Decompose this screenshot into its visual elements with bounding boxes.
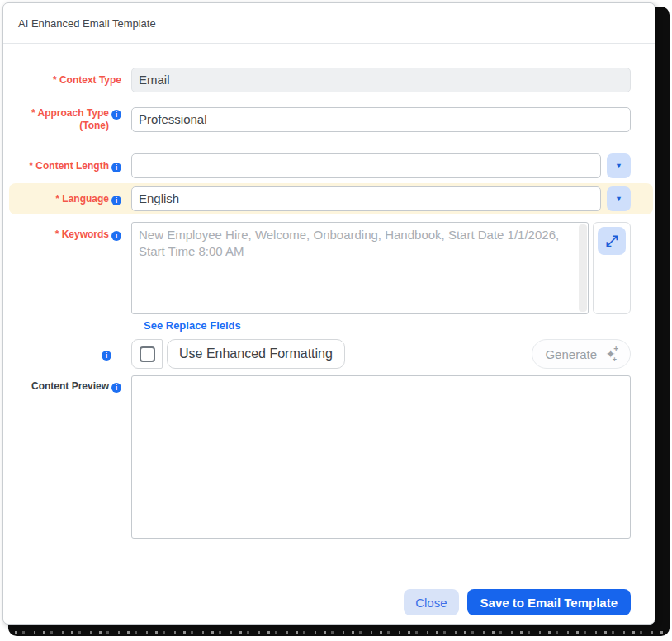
content-length-info-icon[interactable]: i [111, 163, 121, 172]
keywords-info-icon[interactable]: i [111, 231, 121, 241]
content-length-row: * Content Lengthi ▼ [16, 153, 631, 178]
content-length-label: * Content Lengthi [16, 160, 121, 172]
replace-fields-link-row: See Replace Fields [144, 318, 631, 332]
content-preview-row: Content Previewi [16, 375, 631, 539]
expand-button[interactable]: ⤢ [598, 227, 626, 255]
keywords-label: * Keywordsi [16, 222, 121, 241]
approach-type-info-icon[interactable]: i [111, 110, 121, 120]
language-label: * Languagei [16, 193, 121, 205]
dialog-title: AI Enhanced Email Template [18, 17, 156, 30]
content-preview-label: Content Previewi [16, 375, 121, 393]
enhanced-formatting-label[interactable]: Use Enhanced Formatting [167, 339, 345, 369]
content-preview-info-icon[interactable]: i [111, 383, 121, 393]
formatting-label-cell: i [16, 348, 121, 361]
keywords-row: * Keywordsi New Employee Hire, Welcome, … [16, 222, 631, 314]
formatting-row: i Use Enhanced Formatting Generate ✦++ [16, 339, 631, 369]
ai-email-template-dialog: AI Enhanced Email Template * Context Typ… [2, 2, 655, 625]
content-preview-textarea[interactable] [131, 375, 631, 539]
keywords-scrollbar[interactable] [579, 224, 587, 312]
language-info-icon[interactable]: i [111, 196, 121, 205]
dialog-footer: Close Save to Email Template [3, 573, 655, 625]
close-button[interactable]: Close [404, 589, 458, 615]
sparkle-icon: ✦++ [603, 348, 618, 360]
generate-button[interactable]: Generate ✦++ [532, 339, 631, 369]
see-replace-fields-link[interactable]: See Replace Fields [144, 319, 241, 332]
dialog-body: * Context Type Email * Approach Typei (T… [3, 44, 655, 539]
approach-type-input[interactable]: Professional [131, 107, 631, 132]
context-type-input: Email [131, 68, 631, 92]
enhanced-formatting-checkbox[interactable] [140, 346, 155, 362]
chevron-down-icon: ▼ [615, 195, 622, 203]
expand-arrows-icon: ⤢ [606, 233, 618, 249]
content-length-dropdown-button[interactable]: ▼ [607, 153, 631, 178]
language-dropdown-button[interactable]: ▼ [607, 186, 631, 211]
context-type-row: * Context Type Email [16, 68, 631, 92]
chevron-down-icon: ▼ [615, 162, 622, 170]
approach-type-row: * Approach Typei (Tone) Professional [16, 107, 631, 132]
formatting-info-icon[interactable]: i [102, 351, 111, 361]
keywords-placeholder: New Employee Hire, Welcome, Onboarding, … [132, 223, 588, 260]
generate-button-label: Generate [545, 347, 597, 361]
approach-type-label-line2: (Tone) [16, 120, 121, 132]
content-length-input[interactable] [131, 153, 601, 178]
save-to-email-template-button[interactable]: Save to Email Template [467, 589, 631, 615]
enhanced-formatting-checkbox-box[interactable] [131, 339, 163, 369]
context-type-label: * Context Type [16, 74, 121, 87]
keywords-textarea[interactable]: New Employee Hire, Welcome, Onboarding, … [131, 222, 589, 314]
language-input[interactable]: English [131, 186, 601, 211]
approach-type-label: * Approach Typei (Tone) [16, 107, 121, 132]
language-row: * Languagei English ▼ [9, 183, 653, 214]
dialog-header: AI Enhanced Email Template [3, 3, 655, 44]
keywords-expand-panel: ⤢ [593, 222, 631, 314]
